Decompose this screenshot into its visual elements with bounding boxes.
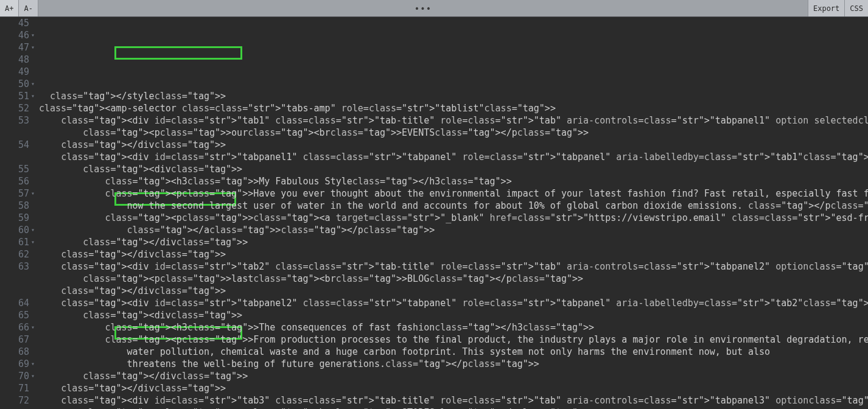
- code-line[interactable]: class="tag"><div id=class="str">"tab3" c…: [39, 394, 868, 407]
- line-number: 61: [0, 236, 29, 248]
- code-line[interactable]: now the second largest user of water in …: [39, 200, 868, 212]
- line-number: 71: [0, 382, 29, 394]
- line-number: 50: [0, 78, 29, 90]
- code-line[interactable]: class="tag"><pclass="tag">>Have you ever…: [39, 187, 868, 200]
- line-number: 69: [0, 358, 29, 370]
- line-number: 51: [0, 90, 29, 102]
- line-number: 72: [0, 394, 29, 407]
- code-line[interactable]: class="tag"><h3class="tag">>My Fabulous …: [39, 175, 868, 187]
- line-number: [0, 151, 29, 163]
- line-number: [0, 127, 29, 139]
- code-line[interactable]: class="tag"></divclass="tag">>: [39, 382, 868, 394]
- toolbar-more-icon[interactable]: •••: [38, 0, 808, 16]
- line-number: 70: [0, 370, 29, 382]
- line-number: 46: [0, 29, 29, 41]
- highlight-box: [114, 46, 242, 60]
- line-number: [0, 273, 29, 285]
- css-button[interactable]: CSS: [844, 0, 868, 16]
- line-number: 56: [0, 175, 29, 187]
- code-line[interactable]: class="tag"><div id=class="str">"tabpane…: [39, 297, 868, 309]
- line-number: 58: [0, 200, 29, 212]
- code-line[interactable]: class="tag"><pclass="tag">>lastclass="ta…: [39, 273, 868, 285]
- code-line[interactable]: class="tag"><pclass="tag">>ourclass="tag…: [39, 407, 868, 409]
- code-line[interactable]: class="tag"></divclass="tag">>: [39, 285, 868, 297]
- code-line[interactable]: threatens the well-being of future gener…: [39, 358, 868, 370]
- line-number-gutter: 4546474849505152535455565758596061626364…: [0, 17, 35, 409]
- code-line[interactable]: class="tag"></styleclass="tag">>: [39, 90, 868, 102]
- code-line[interactable]: class="tag"><pclass="tag">>class="tag"><…: [39, 212, 868, 224]
- line-number: 62: [0, 248, 29, 260]
- line-number: 64: [0, 297, 29, 309]
- code-line[interactable]: class="tag"></aclass="tag">>class="tag">…: [39, 224, 868, 236]
- line-number: 60: [0, 224, 29, 236]
- code-editor[interactable]: 4546474849505152535455565758596061626364…: [0, 17, 868, 409]
- code-line[interactable]: water pollution, chemical waste and a hu…: [39, 346, 868, 358]
- line-number: 67: [0, 334, 29, 346]
- code-line[interactable]: class="tag"></divclass="tag">>: [39, 236, 868, 248]
- line-number: 57: [0, 187, 29, 200]
- line-number: [0, 285, 29, 297]
- code-line[interactable]: class="tag"><pclass="tag">>ourclass="tag…: [39, 127, 868, 139]
- line-number: 65: [0, 309, 29, 321]
- line-number: 49: [0, 66, 29, 78]
- zoom-in-button[interactable]: A+: [0, 0, 19, 16]
- line-number: 53: [0, 114, 29, 127]
- code-line[interactable]: class="tag"><h3class="tag">>The conseque…: [39, 321, 868, 334]
- code-line[interactable]: class="tag"></divclass="tag">>: [39, 139, 868, 151]
- line-number: 68: [0, 346, 29, 358]
- code-line[interactable]: class="tag"><divclass="tag">>: [39, 309, 868, 321]
- code-line[interactable]: class="tag"><div id=class="str">"tab1" c…: [39, 114, 868, 127]
- line-number: 66: [0, 321, 29, 334]
- code-line[interactable]: class="tag"><div id=class="str">"tabpane…: [39, 151, 868, 163]
- zoom-out-button[interactable]: A-: [19, 0, 38, 16]
- line-number: 47: [0, 41, 29, 54]
- code-line[interactable]: class="tag"></divclass="tag">>: [39, 248, 868, 260]
- code-line[interactable]: class="tag"><pclass="tag">>From producti…: [39, 334, 868, 346]
- code-line[interactable]: class="tag"><divclass="tag">>: [39, 163, 868, 175]
- code-area[interactable]: class="tag"></styleclass="tag">>class="t…: [35, 17, 868, 409]
- line-number: 63: [0, 260, 29, 273]
- code-line[interactable]: class="tag"></divclass="tag">>: [39, 370, 868, 382]
- line-number: 45: [0, 17, 29, 29]
- code-line[interactable]: class="tag"><amp-selector class=class="s…: [39, 102, 868, 114]
- line-number: 54: [0, 139, 29, 151]
- line-number: 55: [0, 163, 29, 175]
- code-line[interactable]: class="tag"><div id=class="str">"tab2" c…: [39, 260, 868, 273]
- line-number: 52: [0, 102, 29, 114]
- line-number: 48: [0, 54, 29, 66]
- toolbar: A+ A- ••• Export CSS: [0, 0, 868, 17]
- export-button[interactable]: Export: [808, 0, 844, 16]
- line-number: 59: [0, 212, 29, 224]
